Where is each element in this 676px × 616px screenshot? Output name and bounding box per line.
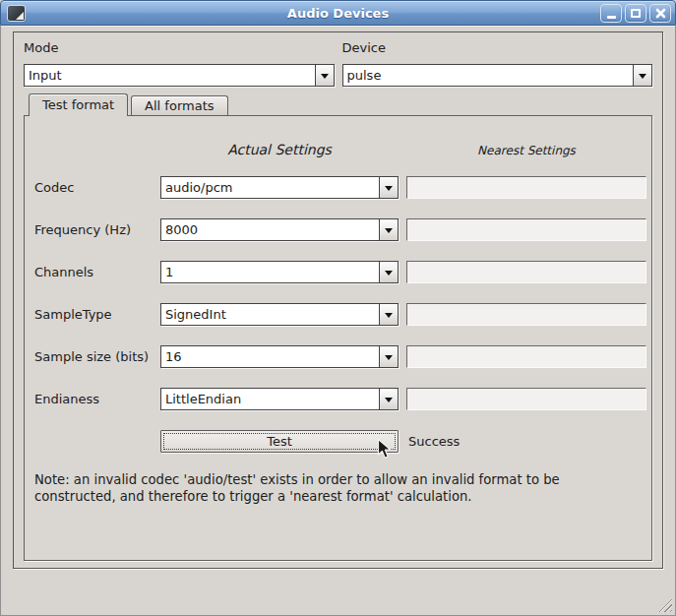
minimize-icon: [607, 16, 616, 19]
sampletype-row: SampleType SignedInt: [34, 303, 640, 326]
endianess-dropdown-button[interactable]: [379, 389, 398, 409]
close-icon: [655, 8, 666, 19]
maximize-button[interactable]: [625, 4, 646, 23]
samplesize-dropdown-button[interactable]: [379, 346, 398, 367]
sampletype-nearest-field: [406, 303, 646, 326]
samplesize-row: Sample size (bits) 16: [34, 345, 640, 368]
maximize-icon: [631, 9, 641, 18]
device-label: Device: [342, 40, 653, 55]
codec-combobox[interactable]: audio/pcm: [160, 176, 399, 199]
window-title: Audio Devices: [1, 6, 675, 21]
frequency-combobox-value: 8000: [161, 219, 379, 240]
test-button[interactable]: Test: [160, 430, 399, 453]
nearest-settings-header: Nearest Settings: [406, 144, 646, 157]
channels-combobox[interactable]: 1: [160, 261, 399, 283]
channels-nearest-field: [406, 261, 646, 283]
device-group: Device pulse: [342, 40, 653, 87]
sampletype-combobox[interactable]: SignedInt: [160, 303, 399, 326]
channels-label: Channels: [34, 265, 153, 279]
channels-row: Channels 1: [34, 261, 640, 283]
tab-label: Test format: [42, 97, 114, 112]
mode-label: Mode: [24, 40, 335, 55]
sampletype-combobox-value: SignedInt: [161, 304, 379, 325]
tab-test-format[interactable]: Test format: [29, 93, 128, 116]
chevron-down-icon: [385, 186, 393, 195]
channels-combobox-value: 1: [161, 262, 379, 282]
frequency-row: Frequency (Hz) 8000: [34, 218, 640, 241]
samplesize-combobox[interactable]: 16: [160, 345, 399, 368]
titlebar[interactable]: Audio Devices: [0, 0, 676, 26]
endianess-nearest-field: [406, 388, 646, 410]
chevron-down-icon: [639, 74, 646, 83]
mode-dropdown-button[interactable]: [315, 65, 334, 86]
test-status-label: Success: [406, 434, 646, 449]
sampletype-label: SampleType: [34, 307, 153, 322]
samplesize-nearest-field: [406, 345, 646, 368]
frequency-dropdown-button[interactable]: [379, 219, 398, 240]
channels-dropdown-button[interactable]: [379, 262, 398, 282]
mode-combobox-value: Input: [25, 65, 315, 86]
audio-devices-window: Audio Devices Mode Input: [0, 0, 676, 616]
tab-bar: Test format All formats: [24, 92, 652, 115]
sampletype-dropdown-button[interactable]: [379, 304, 398, 325]
test-row: Test Success: [34, 430, 640, 453]
codec-dropdown-button[interactable]: [379, 177, 398, 198]
codec-nearest-field: [406, 176, 646, 199]
main-frame: Mode Input Device pulse: [13, 31, 663, 569]
close-button[interactable]: [649, 4, 671, 23]
frequency-nearest-field: [406, 218, 646, 241]
endianess-label: Endianess: [34, 392, 153, 406]
codec-row: Codec audio/pcm: [34, 176, 640, 199]
chevron-down-icon: [385, 271, 393, 279]
column-headers: Actual Settings Nearest Settings: [34, 142, 640, 157]
codec-combobox-value: audio/pcm: [161, 177, 379, 198]
codec-label: Codec: [34, 180, 153, 195]
chevron-down-icon: [385, 228, 393, 237]
chevron-down-icon: [385, 398, 393, 406]
chevron-down-icon: [321, 74, 329, 83]
note-text: Note: an invalid codec 'audio/test' exis…: [34, 472, 640, 506]
endianess-combobox[interactable]: LittleEndian: [160, 388, 399, 410]
mode-combobox[interactable]: Input: [24, 64, 335, 87]
device-combobox[interactable]: pulse: [342, 64, 653, 87]
actual-settings-header: Actual Settings: [160, 142, 399, 157]
chevron-down-icon: [385, 355, 393, 364]
test-format-pane: Actual Settings Nearest Settings Codec a…: [24, 115, 652, 561]
endianess-row: Endianess LittleEndian: [34, 388, 640, 410]
frequency-label: Frequency (Hz): [34, 222, 153, 237]
tab-all-formats[interactable]: All formats: [131, 95, 227, 115]
mode-device-row: Mode Input Device pulse: [24, 40, 652, 87]
resize-grip[interactable]: [658, 598, 672, 612]
endianess-combobox-value: LittleEndian: [161, 389, 379, 409]
chevron-down-icon: [385, 313, 393, 322]
samplesize-combobox-value: 16: [161, 346, 379, 367]
minimize-button[interactable]: [600, 4, 622, 23]
tab-label: All formats: [145, 98, 214, 113]
window-content: Mode Input Device pulse: [0, 26, 676, 616]
samplesize-label: Sample size (bits): [34, 349, 153, 364]
frequency-combobox[interactable]: 8000: [160, 218, 399, 241]
window-controls: [600, 4, 671, 23]
device-combobox-value: pulse: [343, 65, 634, 86]
mode-group: Mode Input: [24, 40, 335, 87]
device-dropdown-button[interactable]: [633, 65, 651, 86]
